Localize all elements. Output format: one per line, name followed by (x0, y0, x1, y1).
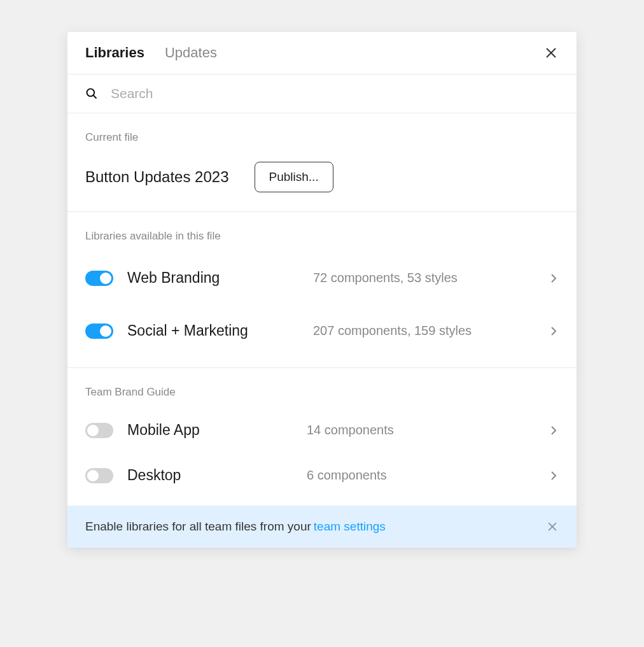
team-libraries-section: Team Brand Guide Mobile App 14 component… (67, 368, 577, 506)
search-input[interactable] (111, 86, 559, 101)
chevron-right-icon[interactable] (549, 326, 559, 336)
library-meta: 6 components (307, 468, 535, 483)
modal-tabs: Libraries Updates (85, 45, 217, 61)
team-libraries-label: Team Brand Guide (85, 386, 559, 399)
publish-button[interactable]: Publish... (255, 162, 333, 192)
library-row-desktop[interactable]: Desktop 6 components (85, 458, 559, 493)
available-libraries-label: Libraries available in this file (85, 230, 559, 243)
team-settings-link[interactable]: team settings (314, 520, 386, 534)
current-file-name: Button Updates 2023 (85, 168, 229, 186)
current-file-label: Current file (85, 131, 559, 144)
chevron-right-icon[interactable] (549, 273, 559, 283)
footer-text: Enable libraries for all team files from… (85, 520, 311, 534)
close-icon (543, 45, 559, 60)
library-name: Desktop (127, 467, 293, 484)
toggle-web-branding[interactable] (85, 271, 113, 286)
current-file-section: Current file Button Updates 2023 Publish… (67, 113, 577, 212)
library-meta: 72 components, 53 styles (313, 271, 535, 285)
search-icon (85, 87, 98, 100)
library-name: Mobile App (127, 422, 293, 439)
svg-point-2 (87, 89, 95, 97)
toggle-mobile-app[interactable] (85, 423, 113, 438)
footer-close-button[interactable] (546, 520, 559, 533)
current-file-row: Button Updates 2023 Publish... (85, 162, 559, 192)
toggle-desktop[interactable] (85, 468, 113, 483)
footer-banner: Enable libraries for all team files from… (67, 506, 577, 548)
available-libraries-section: Libraries available in this file Web Bra… (67, 212, 577, 368)
toggle-social-marketing[interactable] (85, 324, 113, 339)
tab-libraries[interactable]: Libraries (85, 45, 144, 61)
search-row (67, 75, 577, 113)
tab-updates[interactable]: Updates (165, 45, 217, 61)
library-meta: 207 components, 159 styles (313, 324, 535, 338)
library-meta: 14 components (307, 423, 535, 437)
libraries-modal: Libraries Updates Current file Button Up… (67, 32, 577, 548)
library-row-social-marketing[interactable]: Social + Marketing 207 components, 159 s… (85, 313, 559, 348)
chevron-right-icon[interactable] (549, 425, 559, 436)
modal-header: Libraries Updates (67, 32, 577, 75)
library-name: Social + Marketing (127, 322, 299, 339)
close-icon (546, 520, 559, 533)
library-name: Web Branding (127, 269, 299, 287)
library-row-mobile-app[interactable]: Mobile App 14 components (85, 413, 559, 448)
chevron-right-icon[interactable] (549, 471, 559, 481)
svg-line-3 (94, 96, 97, 99)
library-row-web-branding[interactable]: Web Branding 72 components, 53 styles (85, 260, 559, 295)
close-button[interactable] (543, 45, 559, 60)
